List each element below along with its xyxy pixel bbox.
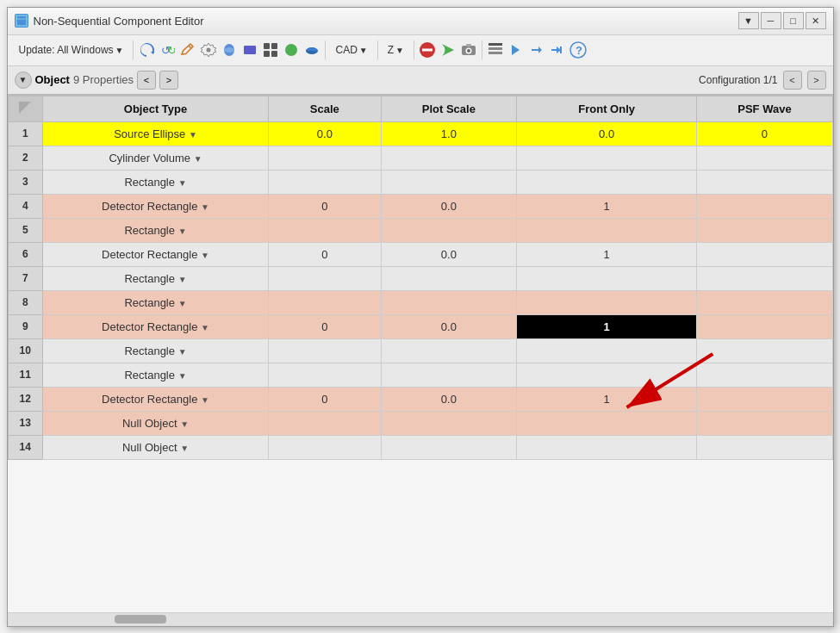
scale-cell[interactable] <box>268 290 381 314</box>
plot-scale-cell[interactable]: 0.0 <box>381 242 516 266</box>
psf-wave-cell[interactable] <box>697 338 832 363</box>
scale-cell[interactable]: 0 <box>268 314 381 338</box>
pin-button[interactable]: ▼ <box>738 12 759 29</box>
front-only-cell[interactable] <box>516 363 696 387</box>
scale-header[interactable]: Scale <box>268 96 381 121</box>
edit-icon[interactable] <box>178 40 197 59</box>
object-type-header[interactable]: Object Type <box>43 96 269 121</box>
object-type-cell[interactable]: Detector Rectangle ▼ <box>43 242 269 266</box>
psf-wave-cell[interactable] <box>697 435 832 459</box>
grid-icon[interactable] <box>261 40 280 59</box>
front-only-cell[interactable]: 1 <box>516 314 696 338</box>
plot-scale-cell[interactable]: 1.0 <box>381 121 516 146</box>
source-icon[interactable] <box>240 40 259 59</box>
collapse-button[interactable]: ▼ <box>15 71 32 89</box>
table-icon[interactable] <box>486 40 505 59</box>
config-prev-button[interactable]: < <box>783 71 802 90</box>
scale-cell[interactable]: 0 <box>268 194 381 218</box>
psf-wave-cell[interactable] <box>697 411 832 435</box>
horizontal-scrollbar[interactable] <box>8 612 833 626</box>
arrow-right-icon[interactable] <box>527 40 546 59</box>
scale-cell[interactable] <box>268 218 381 242</box>
front-only-cell[interactable] <box>516 411 696 435</box>
refresh-icon[interactable] <box>137 40 156 59</box>
z-button[interactable]: Z ▼ <box>382 41 410 59</box>
front-only-cell[interactable] <box>516 266 696 290</box>
scrollbar-thumb[interactable] <box>115 615 166 624</box>
plot-scale-cell[interactable] <box>381 363 516 387</box>
close-button[interactable]: ✕ <box>806 12 826 29</box>
next-nav-button[interactable]: > <box>159 71 178 90</box>
object-type-cell[interactable]: Detector Rectangle ▼ <box>43 314 269 338</box>
cad-button[interactable]: CAD ▼ <box>329 41 373 59</box>
front-only-cell[interactable] <box>516 290 696 314</box>
scale-cell[interactable] <box>268 435 381 459</box>
psf-wave-header[interactable]: PSF Wave <box>697 96 832 121</box>
object-type-cell[interactable]: Detector Rectangle ▼ <box>43 194 269 218</box>
scale-cell[interactable] <box>268 146 381 170</box>
object-type-cell[interactable]: Null Object ▼ <box>43 435 269 459</box>
psf-wave-cell[interactable] <box>697 387 832 411</box>
plot-scale-cell[interactable]: 0.0 <box>381 194 516 218</box>
object-type-cell[interactable]: Rectangle ▼ <box>43 290 269 314</box>
psf-wave-cell[interactable] <box>697 146 832 170</box>
psf-wave-cell[interactable] <box>697 242 832 266</box>
object-type-cell[interactable]: Source Ellipse ▼ <box>43 121 269 146</box>
dome-icon[interactable] <box>302 40 321 59</box>
scale-cell[interactable] <box>268 170 381 194</box>
plot-scale-cell[interactable] <box>381 338 516 363</box>
scale-cell[interactable] <box>268 363 381 387</box>
object-type-cell[interactable]: Rectangle ▼ <box>43 218 269 242</box>
plot-scale-cell[interactable] <box>381 411 516 435</box>
3d-object-icon[interactable] <box>220 40 239 59</box>
psf-wave-cell[interactable] <box>697 194 832 218</box>
object-type-cell[interactable]: Rectangle ▼ <box>43 338 269 363</box>
psf-wave-cell[interactable] <box>697 170 832 194</box>
scale-cell[interactable] <box>268 266 381 290</box>
prev-nav-button[interactable]: < <box>137 71 156 90</box>
forward-icon[interactable] <box>507 40 526 59</box>
plot-scale-cell[interactable]: 0.0 <box>381 387 516 411</box>
object-type-cell[interactable]: Rectangle ▼ <box>43 170 269 194</box>
front-only-cell[interactable] <box>516 218 696 242</box>
psf-wave-cell[interactable] <box>697 290 832 314</box>
object-type-cell[interactable]: Rectangle ▼ <box>43 266 269 290</box>
plot-scale-cell[interactable] <box>381 435 516 459</box>
psf-wave-cell[interactable] <box>697 314 832 338</box>
plot-scale-cell[interactable] <box>381 266 516 290</box>
maximize-button[interactable]: □ <box>783 12 804 29</box>
plot-scale-cell[interactable]: 0.0 <box>381 314 516 338</box>
front-only-cell[interactable]: 0.0 <box>516 121 696 146</box>
plot-scale-cell[interactable] <box>381 290 516 314</box>
scale-cell[interactable]: 0 <box>268 242 381 266</box>
psf-wave-cell[interactable] <box>697 363 832 387</box>
circle-icon[interactable] <box>282 40 301 59</box>
object-type-cell[interactable]: Detector Rectangle ▼ <box>43 387 269 411</box>
plot-scale-cell[interactable] <box>381 146 516 170</box>
front-only-cell[interactable] <box>516 435 696 459</box>
object-type-cell[interactable]: Rectangle ▼ <box>43 363 269 387</box>
front-only-header[interactable]: Front Only <box>516 96 696 121</box>
object-type-cell[interactable]: Cylinder Volume ▼ <box>43 146 269 170</box>
psf-wave-cell[interactable] <box>697 218 832 242</box>
scale-cell[interactable] <box>268 338 381 363</box>
settings-icon[interactable] <box>199 40 218 59</box>
front-only-cell[interactable]: 1 <box>516 242 696 266</box>
scroll-area[interactable]: Object Type Scale Plot Scale Front Only … <box>8 96 833 612</box>
camera-icon[interactable] <box>459 40 478 59</box>
front-only-cell[interactable] <box>516 338 696 363</box>
plot-scale-cell[interactable] <box>381 170 516 194</box>
minimize-button[interactable]: ─ <box>761 12 781 29</box>
psf-wave-cell[interactable] <box>697 266 832 290</box>
no-icon[interactable] <box>418 40 437 59</box>
object-type-cell[interactable]: Null Object ▼ <box>43 411 269 435</box>
update-all-windows-button[interactable]: Update: All Windows ▼ <box>13 41 130 59</box>
scale-cell[interactable] <box>268 411 381 435</box>
arrow-right2-icon[interactable] <box>548 40 567 59</box>
refresh-all-icon[interactable]: ↺ ↻ <box>158 40 177 59</box>
run-icon[interactable] <box>439 40 457 59</box>
front-only-cell[interactable]: 1 <box>516 387 696 411</box>
plot-scale-header[interactable]: Plot Scale <box>381 96 516 121</box>
config-next-button[interactable]: > <box>807 71 826 90</box>
front-only-cell[interactable]: 1 <box>516 194 696 218</box>
